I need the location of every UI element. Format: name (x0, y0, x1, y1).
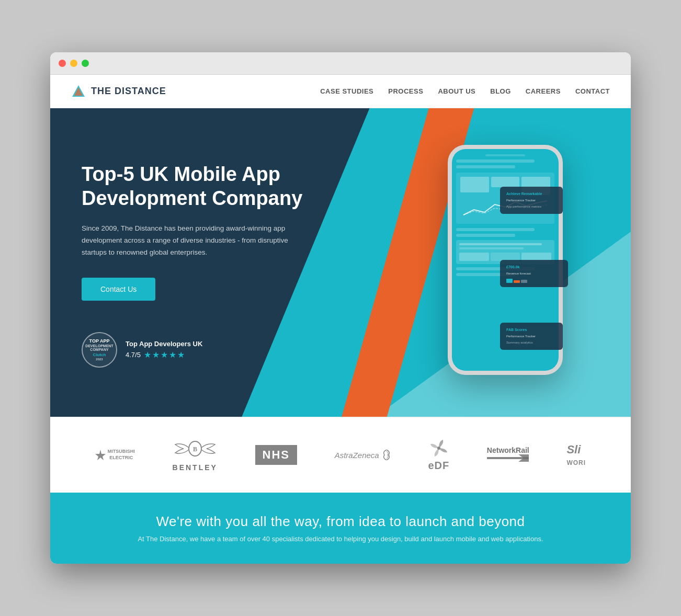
logo-sliwori: Sli WORI (566, 443, 586, 467)
svg-point-5 (437, 447, 440, 450)
logo-astrazeneca: AstraZeneca (335, 450, 391, 460)
bentley-name-text: BENTLEY (173, 463, 218, 472)
logos-bar: MITSUBISHIELECTRIC B BENTLEY NHS (50, 417, 631, 493)
floating-card-1: Achieve Remarkable Performance Tracker A… (500, 187, 563, 214)
clutch-title: Top App Developers UK (126, 340, 202, 348)
sliwori-text: Sli WORI (566, 443, 586, 467)
svg-text:B: B (193, 446, 197, 453)
tagline-section: We're with you all the way, from idea to… (50, 493, 631, 564)
bentley-wings-icon: B (174, 438, 216, 459)
nav-process[interactable]: PROCESS (388, 87, 423, 95)
clutch-stars: ★★★★★ (144, 350, 186, 360)
clutch-info: Top App Developers UK 4.7/5 ★★★★★ (126, 340, 202, 360)
tagline-sub: At The Distance, we have a team of over … (82, 535, 599, 543)
edf-pinwheel-icon (429, 439, 448, 458)
tagline-main: We're with you all the way, from idea to… (82, 514, 599, 530)
clutch-rating: 4.7/5 ★★★★★ (126, 350, 202, 360)
browser-window: THE DISTANCE CASE STUDIES PROCESS ABOUT … (50, 52, 631, 564)
phone-mockup: Achieve Remarkable Performance Tracker A… (432, 124, 578, 406)
contact-us-button[interactable]: Contact Us (82, 278, 155, 301)
floating-card-3: FAB Scores Performance Tracker Summary a… (500, 323, 563, 350)
maximize-button[interactable] (82, 60, 89, 67)
astrazeneca-text: AstraZeneca (335, 451, 379, 460)
clutch-logo: TOP APP DEVELOPMENT COMPANY Clutch 2023 (82, 332, 117, 368)
clutch-score: 4.7/5 (126, 351, 141, 359)
logo-bentley: B BENTLEY (173, 438, 218, 472)
logo-mitsubishi: MITSUBISHIELECTRIC (95, 449, 135, 461)
floating-card-1-text: Achieve Remarkable Performance Tracker A… (506, 191, 557, 210)
clutch-badge: TOP APP DEVELOPMENT COMPANY Clutch 2023 … (82, 332, 312, 368)
logo-nhs: NHS (255, 445, 297, 465)
close-button[interactable] (59, 60, 66, 67)
browser-chrome (50, 52, 631, 75)
floating-card-2-text: £700.0k Revenue forecast (506, 264, 562, 283)
networkrail-text: NetworkRail (487, 446, 529, 455)
main-nav: CASE STUDIES PROCESS ABOUT US BLOG CAREE… (320, 87, 610, 95)
edf-wrapper: eDF (428, 439, 449, 472)
nav-case-studies[interactable]: CASE STUDIES (320, 87, 373, 95)
clutch-logo-text: TOP APP DEVELOPMENT COMPANY Clutch 2023 (85, 339, 113, 361)
logo-edf: eDF (428, 439, 449, 472)
logo-networkrail: NetworkRail (487, 446, 529, 464)
astrazeneca-icon (382, 450, 391, 460)
hero-description: Since 2009, The Distance has been provid… (82, 223, 291, 259)
nhs-text: NHS (255, 445, 297, 465)
networkrail-stripe-icon (487, 454, 529, 462)
nav-contact[interactable]: CONTACT (575, 87, 610, 95)
mitsubishi-icon (95, 450, 106, 460)
svg-marker-2 (95, 450, 106, 460)
phone-bar-4 (456, 234, 515, 237)
nav-blog[interactable]: BLOG (490, 87, 511, 95)
edf-text: eDF (428, 460, 449, 472)
phone-bar-1 (456, 159, 535, 163)
bentley-wrapper: B BENTLEY (173, 438, 218, 472)
mitsubishi-text: MITSUBISHIELECTRIC (108, 449, 135, 461)
hero-title: Top-5 UK Mobile App Development Company (82, 163, 312, 210)
hero-section: Top-5 UK Mobile App Development Company … (50, 108, 631, 417)
nav-about-us[interactable]: ABOUT US (438, 87, 475, 95)
nav-careers[interactable]: CAREERS (526, 87, 561, 95)
logo-text: THE DISTANCE (91, 86, 166, 97)
logo[interactable]: THE DISTANCE (71, 84, 166, 99)
phone-bar-2 (456, 165, 515, 168)
logo-icon (71, 84, 86, 99)
floating-card-3-text: FAB Scores Performance Tracker Summary a… (506, 327, 557, 346)
site-header: THE DISTANCE CASE STUDIES PROCESS ABOUT … (50, 75, 631, 108)
phone-bar-3 (456, 228, 535, 231)
minimize-button[interactable] (70, 60, 77, 67)
hero-content: Top-5 UK Mobile App Development Company … (50, 108, 312, 417)
floating-card-2: £700.0k Revenue forecast (500, 260, 568, 287)
